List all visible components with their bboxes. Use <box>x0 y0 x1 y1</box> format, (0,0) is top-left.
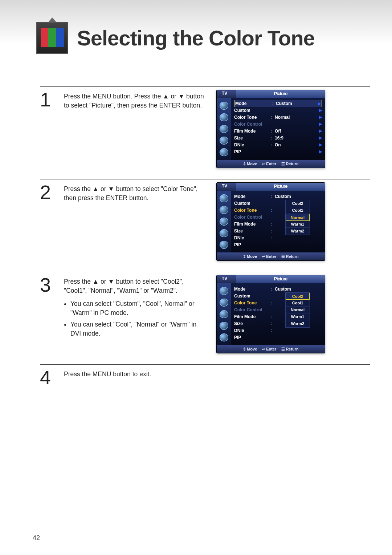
osd3-dropdown: Cool2 Cool1 Normal Warm1 Warm2 <box>285 292 310 328</box>
page-header: Selecting the Color Tone <box>36 22 370 54</box>
step-number: 2 <box>40 182 53 202</box>
osd-footer: ⇕Move ↩Enter ☰Return <box>217 160 325 168</box>
step-number: 1 <box>40 90 53 109</box>
step-number: 3 <box>40 275 53 295</box>
step-text: Press the ▲ or ▼ button to select "Color… <box>64 182 205 203</box>
step-2: 2 Press the ▲ or ▼ button to select "Col… <box>40 179 370 261</box>
step-number: 4 <box>40 368 53 387</box>
tv-icon <box>36 22 68 54</box>
page-number: 42 <box>33 534 40 542</box>
step-3: 3 Press the ▲ or ▼ button to select "Coo… <box>40 272 370 353</box>
step-text: Press the MENU button to exit. <box>64 368 205 379</box>
osd2-dropdown: Cool2 Cool1 Normal Warm1 Warm2 <box>285 200 310 235</box>
osd-sidebar <box>217 98 231 160</box>
step-text: Press the ▲ or ▼ button to select "Cool2… <box>64 275 205 340</box>
page-title: Selecting the Color Tone <box>77 26 315 50</box>
osd-menu: Mode:Custom▶ Custom▶ Color Tone:Normal▶ … <box>231 98 325 160</box>
osd-screenshot-1: TV Picture Mode:Custom▶ Custom▶ Color To… <box>216 90 325 168</box>
osd-tab-tv: TV <box>217 90 236 98</box>
step-1: 1 Press the MENU button. Press the ▲ or … <box>40 86 370 168</box>
osd-tab-title: Picture <box>236 90 325 98</box>
step-4: 4 Press the MENU button to exit. <box>40 364 370 387</box>
step-text: Press the MENU button. Press the ▲ or ▼ … <box>64 90 205 110</box>
